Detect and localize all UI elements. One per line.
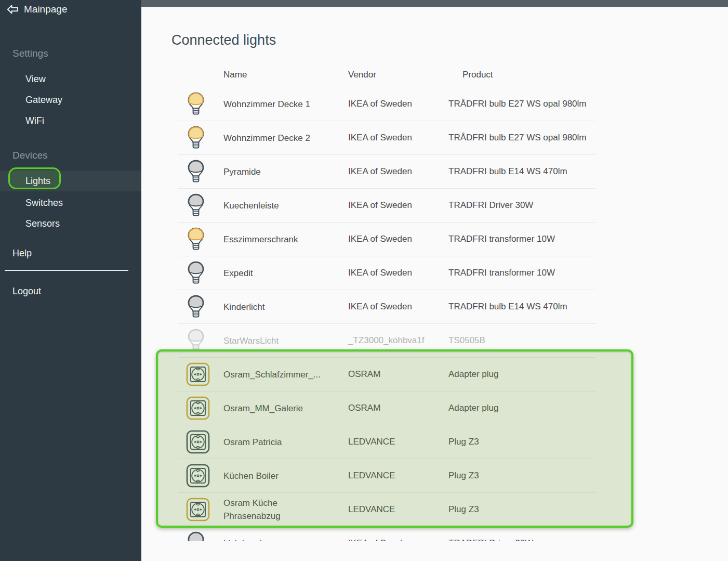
table-header: Name Vendor Product [178, 62, 595, 87]
light-vendor: _TZ3000_kohbva1f [348, 335, 448, 346]
light-row[interactable]: KuechenleisteIKEA of SwedenTRADFRI Drive… [178, 189, 595, 223]
light-row[interactable]: EsszimmerschrankIKEA of SwedenTRADFRI tr… [178, 223, 595, 256]
column-header-product: Product [448, 70, 595, 80]
light-row[interactable]: LichtbandIKEA of SwedenTRADFRI Driver 30… [178, 527, 595, 541]
light-product: TRADFRI transformer 10W [448, 268, 595, 278]
light-product: Plug Z3 [448, 504, 595, 515]
light-product: TRADFRI Driver 30W [448, 200, 595, 211]
sidebar-item-help[interactable]: Help [12, 247, 32, 259]
table-body: Wohnzimmer Decke 1IKEA of SwedenTRÅDFRI … [178, 87, 595, 541]
light-vendor: IKEA of Sweden [348, 268, 448, 278]
light-vendor: OSRAM [348, 369, 448, 380]
sidebar-item-view[interactable]: View [25, 73, 46, 85]
light-name: StarWarsLicht [223, 334, 333, 347]
sidebar-item-logout[interactable]: Logout [12, 285, 41, 297]
light-product: TS0505B [448, 335, 595, 346]
sidebar: Mainpage Settings View Gateway WiFi Devi… [0, 0, 141, 561]
light-row[interactable]: StarWarsLicht_TZ3000_kohbva1fTS0505B [178, 324, 595, 358]
light-vendor: IKEA of Sweden [348, 538, 448, 541]
socket-icon [178, 362, 223, 386]
sidebar-item-sensors[interactable]: Sensors [25, 217, 60, 230]
light-product: Adapter plug [448, 403, 595, 413]
light-name: Wohnzimmer Decke 1 [223, 98, 333, 111]
light-name: Osram Küche Phrasenabzug [223, 497, 333, 523]
sidebar-item-switches[interactable]: Switches [25, 197, 63, 209]
light-row[interactable]: Osram_Schlafzimmer_...OSRAMAdapter plug [178, 358, 595, 392]
bulb-icon [178, 126, 223, 150]
light-product: Adapter plug [448, 369, 595, 380]
light-row[interactable]: Küchen BoilerLEDVANCEPlug Z3 [178, 459, 595, 493]
column-header-name: Name [223, 70, 348, 80]
sidebar-active-row [0, 171, 141, 191]
bulb-icon [178, 193, 223, 218]
light-product: Plug Z3 [448, 471, 595, 481]
light-product: TRADFRI Driver 30W [448, 538, 595, 541]
light-name: Kinderlicht [223, 301, 333, 314]
bulb-icon [178, 295, 223, 319]
light-product: TRADFRI transformer 10W [448, 234, 595, 244]
light-name: Esszimmerschrank [223, 233, 333, 246]
bulb-icon [178, 160, 223, 184]
light-vendor: LEDVANCE [348, 471, 448, 481]
light-vendor: IKEA of Sweden [348, 234, 448, 244]
light-row[interactable]: Wohnzimmer Decke 1IKEA of SwedenTRÅDFRI … [178, 87, 595, 121]
light-vendor: IKEA of Sweden [348, 133, 448, 143]
light-name: Wohnzimmer Decke 2 [223, 132, 333, 145]
light-name: Osram_MM_Galerie [223, 402, 333, 415]
light-row[interactable]: Osram Küche PhrasenabzugLEDVANCEPlug Z3 [178, 493, 595, 527]
bulb-icon [178, 531, 223, 542]
light-name: Küchen Boiler [223, 469, 333, 482]
connected-lights-table: Name Vendor Product Wohnzimmer Decke 1IK… [178, 62, 595, 541]
light-product: TRÅDFRI bulb E27 WS opal 980lm [448, 133, 595, 143]
bulb-icon [178, 92, 223, 116]
light-row[interactable]: KinderlichtIKEA of SwedenTRADFRI bulb E1… [178, 290, 595, 324]
back-button[interactable]: Mainpage [6, 4, 67, 15]
light-vendor: IKEA of Sweden [348, 166, 448, 177]
back-arrow-icon [6, 4, 19, 15]
nav-section-header-devices: Devices [12, 149, 48, 162]
light-vendor: LEDVANCE [348, 504, 448, 515]
light-row[interactable]: ExpeditIKEA of SwedenTRADFRI transformer… [178, 256, 595, 290]
app-window: Mainpage Settings View Gateway WiFi Devi… [0, 0, 728, 561]
light-vendor: IKEA of Sweden [348, 200, 448, 211]
sidebar-divider [5, 270, 128, 271]
socket-icon [178, 430, 223, 454]
sidebar-item-wifi[interactable]: WiFi [25, 114, 44, 127]
top-strip [141, 0, 728, 7]
back-button-label: Mainpage [24, 4, 67, 15]
light-vendor: IKEA of Sweden [348, 99, 448, 109]
light-name: Expedit [223, 267, 333, 280]
light-row[interactable]: PyramideIKEA of SwedenTRADFRI bulb E14 W… [178, 155, 595, 189]
column-header-vendor: Vendor [348, 70, 448, 80]
light-row[interactable]: Osram_MM_GalerieOSRAMAdapter plug [178, 392, 595, 425]
sidebar-item-gateway[interactable]: Gateway [25, 94, 62, 106]
light-row[interactable]: Osram PatriciaLEDVANCEPlug Z3 [178, 425, 595, 459]
light-product: TRÅDFRI bulb E27 WS opal 980lm [448, 99, 595, 109]
bulb-icon [178, 329, 223, 353]
light-row[interactable]: Wohnzimmer Decke 2IKEA of SwedenTRÅDFRI … [178, 121, 595, 155]
socket-icon [178, 464, 223, 488]
light-product: Plug Z3 [448, 437, 595, 447]
light-name: Osram Patricia [223, 436, 333, 449]
socket-icon [178, 498, 223, 521]
light-vendor: IKEA of Sweden [348, 302, 448, 312]
nav-section-header-settings: Settings [12, 47, 48, 60]
light-vendor: OSRAM [348, 403, 448, 413]
light-product: TRADFRI bulb E14 WS 470lm [448, 166, 595, 177]
light-product: TRADFRI bulb E14 WS 470lm [448, 302, 595, 312]
light-name: Osram_Schlafzimmer_... [223, 368, 333, 381]
page-title: Connected lights [171, 32, 276, 48]
bulb-icon [178, 227, 223, 252]
light-vendor: LEDVANCE [348, 437, 448, 447]
sidebar-item-lights[interactable]: Lights [25, 175, 50, 187]
light-name: Pyramide [223, 165, 333, 178]
socket-icon [178, 396, 223, 420]
light-name: Lichtband [223, 537, 333, 542]
light-name: Kuechenleiste [223, 199, 333, 212]
bulb-icon [178, 261, 223, 285]
